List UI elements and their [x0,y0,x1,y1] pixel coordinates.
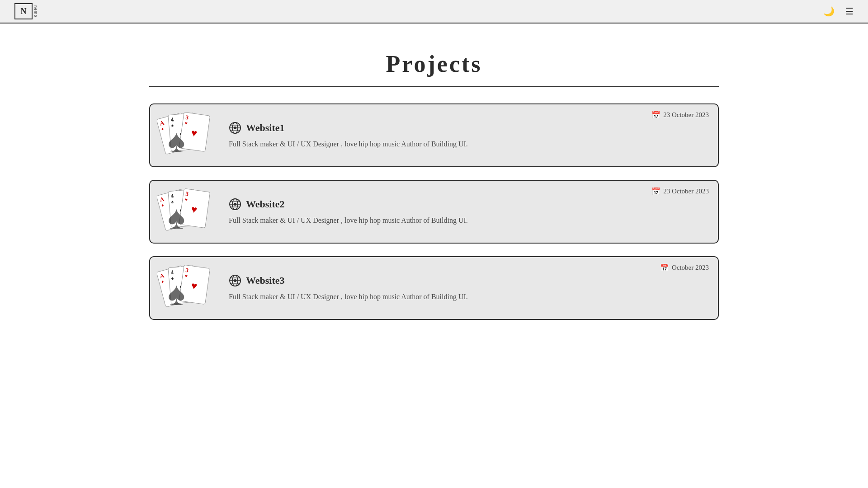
svg-text:♠: ♠ [168,200,185,235]
project-title: Website1 [246,122,285,134]
logo[interactable]: N nemo [14,3,38,19]
calendar-icon: 📅 [660,263,669,272]
date-text: October 2023 [672,264,709,272]
navbar-icons: 🌙 ☰ [823,6,854,17]
project-description: Full Stack maker & UI / UX Designer , lo… [229,215,707,226]
projects-list: A ♦ ♦ 4 ♠ ♠ 3 ♥ [149,103,719,320]
globe-icon [229,198,241,211]
project-card[interactable]: A ♦ ♦ 4 ♠ ♠ 3 ♥ [149,256,719,320]
project-image: A ♦ ♦ 4 ♠ ♠ 3 ♥ [157,188,216,235]
dark-mode-icon[interactable]: 🌙 [823,6,835,17]
svg-point-37 [234,203,236,206]
project-title-row: Website3 [229,274,707,287]
project-date: 📅 23 October 2023 [651,187,709,196]
svg-point-56 [234,279,236,282]
project-info: Website2 Full Stack maker & UI / UX Desi… [229,198,707,226]
project-image: A ♦ ♦ 4 ♠ ♠ 3 ♥ [157,112,216,159]
menu-icon[interactable]: ☰ [845,6,854,17]
main-content: Projects A ♦ ♦ 4 ♠ [140,23,728,360]
project-title-row: Website2 [229,198,707,211]
navbar: N nemo 🌙 ☰ [0,0,868,23]
project-info: Website1 Full Stack maker & UI / UX Desi… [229,122,707,150]
project-description: Full Stack maker & UI / UX Designer , lo… [229,291,707,302]
logo-letter: N [21,7,27,16]
project-title: Website3 [246,275,285,286]
svg-text:♠: ♠ [168,123,185,159]
svg-text:♠: ♠ [168,276,185,312]
project-date: 📅 23 October 2023 [651,111,709,119]
date-text: 23 October 2023 [663,188,709,195]
calendar-icon: 📅 [651,187,660,196]
project-card[interactable]: A ♦ ♦ 4 ♠ ♠ 3 ♥ [149,180,719,244]
logo-box: N [14,3,33,19]
project-image: A ♦ ♦ 4 ♠ ♠ 3 ♥ [157,264,216,312]
calendar-icon: 📅 [651,111,660,119]
title-divider [149,86,719,87]
svg-point-18 [234,127,236,129]
page-title: Projects [149,51,719,77]
date-text: 23 October 2023 [663,111,709,119]
globe-icon [229,122,241,134]
project-date: 📅 October 2023 [660,263,709,272]
project-description: Full Stack maker & UI / UX Designer , lo… [229,139,707,150]
globe-icon [229,274,241,287]
project-title: Website2 [246,198,285,210]
project-info: Website3 Full Stack maker & UI / UX Desi… [229,274,707,302]
project-card[interactable]: A ♦ ♦ 4 ♠ ♠ 3 ♥ [149,103,719,167]
project-title-row: Website1 [229,122,707,134]
logo-subtext: nemo [33,5,38,18]
